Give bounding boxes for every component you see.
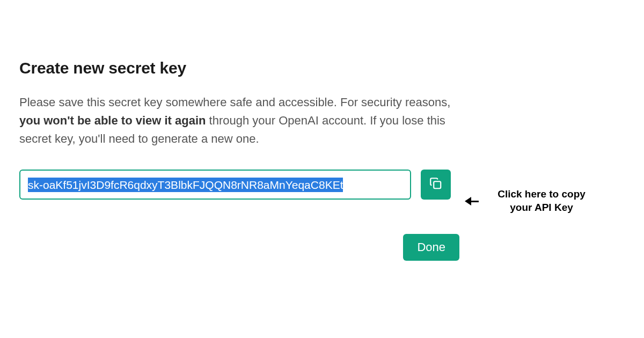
copy-icon [429, 177, 443, 193]
copy-button[interactable] [421, 170, 451, 200]
dialog-footer: Done [19, 234, 459, 261]
description-emphasis: you won't be able to view it again [19, 114, 206, 127]
secret-key-value: sk-oaKf51jvI3D9fcR6qdxyT3BlbkFJQQN8rNR8a… [28, 178, 343, 192]
secret-key-row: sk-oaKf51jvI3D9fcR6qdxyT3BlbkFJQQN8rNR8a… [19, 170, 459, 200]
description-pre: Please save this secret key somewhere sa… [19, 95, 450, 109]
dialog-title: Create new secret key [19, 59, 459, 77]
annotation-label: Click here to copy your API Key [485, 188, 598, 214]
secret-key-input[interactable]: sk-oaKf51jvI3D9fcR6qdxyT3BlbkFJQQN8rNR8a… [19, 170, 411, 200]
copy-annotation: Click here to copy your API Key [465, 188, 598, 214]
svg-rect-0 [434, 181, 441, 188]
done-button[interactable]: Done [403, 234, 459, 261]
dialog-description: Please save this secret key somewhere sa… [19, 93, 459, 148]
create-secret-key-dialog: Create new secret key Please save this s… [19, 59, 459, 261]
arrow-left-icon [465, 196, 479, 207]
